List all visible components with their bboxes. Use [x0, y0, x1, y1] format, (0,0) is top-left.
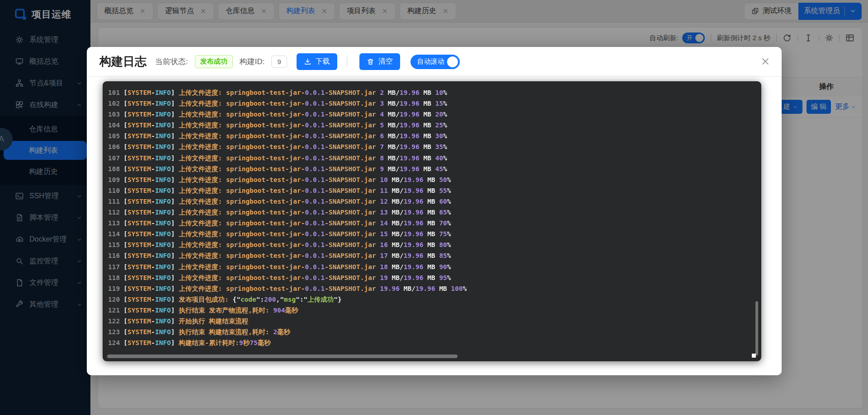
log-line: 115[SYSTEM-INFO] 上传文件进度: springboot-test… [108, 239, 761, 250]
log-line: 123[SYSTEM-INFO] 执行结束 构建结束流程,耗时: 2毫秒 [108, 326, 761, 337]
log-line: 122[SYSTEM-INFO] 开始执行 构建结束流程 [108, 316, 761, 326]
modal-title: 构建日志 [99, 54, 146, 70]
log-line: 117[SYSTEM-INFO] 上传文件进度: springboot-test… [108, 261, 761, 272]
log-line: 124[SYSTEM-INFO] 构建结束-累计耗时:9秒75毫秒 [108, 337, 761, 348]
log-line: 118[SYSTEM-INFO] 上传文件进度: springboot-test… [108, 272, 761, 283]
download-button[interactable]: 下载 [297, 53, 337, 70]
log-line: 116[SYSTEM-INFO] 上传文件进度: springboot-test… [108, 250, 761, 261]
log-line: 102[SYSTEM-INFO] 上传文件进度: springboot-test… [108, 98, 761, 109]
log-line: 101[SYSTEM-INFO] 上传文件进度: springboot-test… [108, 87, 761, 98]
status-badge: 发布成功 [195, 55, 233, 68]
autoscroll-toggle[interactable]: 自动滚动 [410, 55, 460, 69]
download-icon [304, 58, 311, 65]
log-line: 103[SYSTEM-INFO] 上传文件进度: springboot-test… [108, 109, 761, 120]
log-line: 109[SYSTEM-INFO] 上传文件进度: springboot-test… [108, 174, 761, 185]
log-line: 112[SYSTEM-INFO] 上传文件进度: springboot-test… [108, 207, 761, 218]
log-line: 106[SYSTEM-INFO] 上传文件进度: springboot-test… [108, 141, 761, 152]
download-label: 下载 [316, 57, 330, 66]
toggle-knob [447, 56, 458, 67]
log-line: 121[SYSTEM-INFO] 执行结束 发布产物流程,耗时: 904毫秒 [108, 305, 761, 316]
clear-label: 清空 [378, 57, 393, 66]
log-line: 110[SYSTEM-INFO] 上传文件进度: springboot-test… [108, 185, 761, 196]
modal-header: 构建日志 当前状态: 发布成功 构建ID: 9 下载 清空 自动滚动 [87, 47, 782, 77]
horizontal-scrollbar[interactable] [107, 354, 458, 358]
log-line: 108[SYSTEM-INFO] 上传文件进度: springboot-test… [108, 163, 761, 174]
resize-handle[interactable] [752, 354, 756, 358]
trash-icon [367, 58, 374, 65]
close-icon[interactable] [761, 57, 770, 66]
build-id-label: 构建ID: [240, 56, 265, 67]
log-line: 113[SYSTEM-INFO] 上传文件进度: springboot-test… [108, 218, 761, 228]
log-line: 105[SYSTEM-INFO] 上传文件进度: springboot-test… [108, 131, 761, 141]
log-line: 120[SYSTEM-INFO] 发布项目包成功: {"code":200,"m… [108, 294, 761, 305]
status-label: 当前状态: [155, 56, 188, 67]
log-lines: 101[SYSTEM-INFO] 上传文件进度: springboot-test… [108, 87, 761, 348]
log-line: 114[SYSTEM-INFO] 上传文件进度: springboot-test… [108, 228, 761, 239]
log-line: 119[SYSTEM-INFO] 上传文件进度: springboot-test… [108, 283, 761, 294]
log-line: 107[SYSTEM-INFO] 上传文件进度: springboot-test… [108, 153, 761, 163]
autoscroll-label: 自动滚动 [417, 57, 444, 66]
vertical-scrollbar[interactable] [755, 301, 758, 355]
clear-button[interactable]: 清空 [359, 53, 400, 70]
build-id-value: 9 [271, 56, 287, 68]
log-line: 111[SYSTEM-INFO] 上传文件进度: springboot-test… [108, 196, 761, 207]
build-log-modal: 构建日志 当前状态: 发布成功 构建ID: 9 下载 清空 自动滚动 101[S… [87, 47, 782, 375]
log-console[interactable]: 101[SYSTEM-INFO] 上传文件进度: springboot-test… [103, 81, 761, 361]
log-line: 104[SYSTEM-INFO] 上传文件进度: springboot-test… [108, 120, 761, 131]
divider [347, 57, 347, 67]
